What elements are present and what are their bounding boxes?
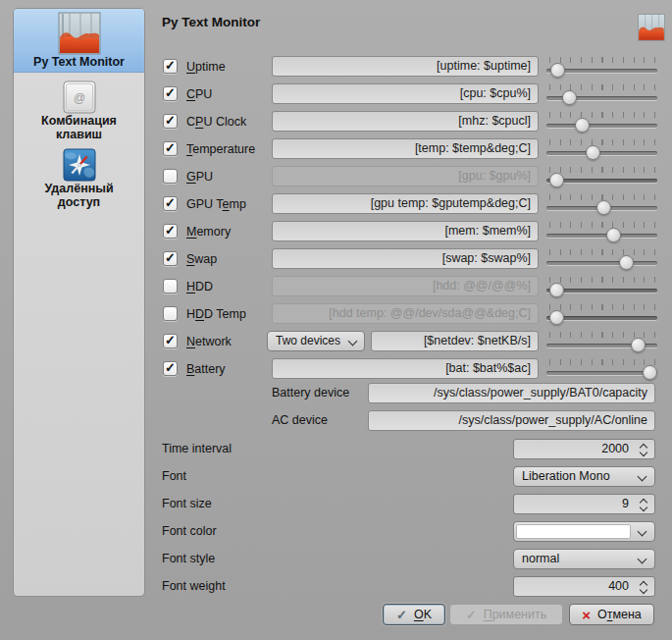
slider-ticks — [549, 332, 655, 338]
slider-thumb[interactable] — [550, 63, 565, 78]
slider-ticks — [549, 57, 655, 63]
gpu-temp-format-input[interactable]: [gpu temp: $gputemp&deg;C] — [272, 193, 539, 214]
slider-thumb[interactable] — [549, 310, 564, 325]
slider-thumb[interactable] — [549, 173, 564, 187]
memory-slider[interactable] — [546, 218, 657, 245]
slider-ticks — [549, 167, 655, 173]
font-style-dropdown[interactable]: normal — [513, 549, 655, 569]
font-size-label: Font size — [162, 492, 212, 516]
gpu-format-input[interactable]: [gpu: $gpu%] — [272, 166, 539, 187]
battery-format-input[interactable]: [bat: $bat%$ac] — [272, 358, 539, 379]
gpu-temp-checkbox[interactable]: ✓ — [163, 196, 178, 211]
cpu-format-input[interactable]: [cpu: $cpu%] — [272, 83, 539, 104]
hdd-temp-format-input[interactable]: [hdd temp: @@/dev/sda@@&deg;C] — [272, 303, 539, 324]
font-dropdown[interactable]: Liberation Mono — [513, 466, 655, 487]
cpu-checkbox[interactable]: ✓ — [163, 86, 178, 101]
monitor-row-cpu: ✓ CPU [cpu: $cpu%] — [162, 80, 659, 108]
hdd-slider[interactable] — [546, 273, 657, 300]
uptime-format-input[interactable]: [uptime: $uptime] — [272, 56, 539, 77]
check-icon: ✓ — [165, 113, 176, 128]
ok-button[interactable]: ✓ OK — [383, 604, 445, 625]
monitor-row-battery: ✓ Battery [bat: $bat%$ac] — [162, 355, 659, 383]
slider-ticks — [549, 84, 655, 90]
slider-thumb[interactable] — [586, 145, 600, 160]
hdd-temp-label: HDD Temp — [186, 300, 246, 328]
slider-ticks — [549, 112, 655, 118]
memory-format-input[interactable]: [mem: $mem%] — [272, 221, 539, 241]
hdd-temp-slider[interactable] — [546, 300, 657, 328]
uptime-checkbox[interactable]: ✓ — [163, 59, 178, 74]
monitor-row-hdd-temp: HDD Temp [hdd temp: @@/dev/sda@@&deg;C] — [162, 300, 659, 328]
network-label: Network — [186, 328, 232, 355]
font-color-row: Font color — [162, 519, 659, 547]
gpu-slider[interactable] — [546, 163, 657, 190]
temperature-checkbox[interactable]: ✓ — [163, 141, 178, 156]
uptime-slider[interactable] — [546, 53, 657, 80]
temperature-slider[interactable] — [546, 135, 657, 163]
chevron-down-icon — [638, 555, 647, 564]
slider-ticks — [549, 304, 655, 310]
sidebar-item-label-line1: Комбинация — [41, 114, 117, 128]
slider-thumb[interactable] — [562, 90, 577, 105]
time-interval-spinner[interactable]: 2000 — [513, 439, 655, 459]
slider-thumb[interactable] — [631, 338, 646, 352]
check-icon: ✓ — [396, 609, 407, 621]
battery-device-input[interactable]: /sys/class/power_supply/BAT0/capacity — [368, 383, 655, 403]
temperature-format-input[interactable]: [temp: $temp&deg;C] — [272, 138, 539, 159]
apply-button[interactable]: ✓ Применить — [449, 604, 563, 625]
settings-dialog: Py Text Monitor @ Комбинация клавиш — [0, 0, 672, 640]
hdd-checkbox[interactable] — [163, 279, 178, 293]
font-color-dropdown[interactable] — [513, 521, 655, 542]
network-devices-dropdown[interactable]: Two devices — [267, 331, 365, 351]
ac-device-input[interactable]: /sys/class/power_supply/AC/online — [368, 410, 655, 431]
hdd-label: HDD — [186, 273, 213, 300]
gpu-temp-slider[interactable] — [546, 190, 657, 218]
monitor-row-memory: ✓ Memory [mem: $mem%] — [162, 218, 659, 245]
chevron-down-icon — [638, 472, 647, 482]
cross-icon: × — [582, 609, 591, 621]
battery-checkbox[interactable]: ✓ — [163, 361, 178, 376]
dialog-button-row: ✓ OK ✓ Применить × Отмена — [162, 604, 659, 627]
slider-thumb[interactable] — [606, 228, 621, 242]
swap-checkbox[interactable]: ✓ — [163, 251, 178, 266]
memory-checkbox[interactable]: ✓ — [163, 224, 178, 239]
network-checkbox[interactable]: ✓ — [163, 334, 178, 348]
cpu-slider[interactable] — [546, 80, 657, 108]
swap-slider[interactable] — [546, 245, 657, 273]
sidebar-item-label-line2: доступ — [58, 195, 100, 209]
slider-thumb[interactable] — [596, 200, 611, 215]
cancel-button[interactable]: × Отмена — [569, 604, 654, 625]
gpu-checkbox[interactable] — [163, 169, 178, 184]
font-weight-spinner[interactable]: 400 — [513, 576, 655, 597]
slider-thumb[interactable] — [549, 283, 564, 297]
cpu-clock-slider[interactable] — [546, 108, 657, 135]
battery-label: Battery — [186, 355, 226, 383]
sidebar-item-keyboard-shortcuts[interactable]: @ Комбинация клавиш — [14, 80, 144, 141]
monitor-row-temperature: ✓ Temperature [temp: $temp&deg;C] — [162, 135, 659, 163]
sidebar-item-remote-access[interactable]: Удалённый доступ — [14, 148, 144, 209]
uptime-label: Uptime — [186, 53, 226, 80]
sidebar-item-py-text-monitor[interactable]: Py Text Monitor — [14, 9, 144, 73]
slider-track — [546, 371, 657, 375]
swap-label: Swap — [186, 245, 217, 273]
sidebar-item-label-line2: клавиш — [56, 128, 102, 141]
hdd-format-input[interactable]: [hdd: @@/@@%] — [272, 276, 539, 296]
hdd-temp-checkbox[interactable] — [163, 306, 178, 321]
cpu-clock-format-input[interactable]: [mhz: $cpucl] — [272, 111, 539, 132]
network-slider[interactable] — [546, 328, 657, 355]
slider-ticks — [549, 222, 655, 228]
slider-thumb[interactable] — [575, 118, 590, 133]
chevron-down-icon — [638, 527, 647, 537]
ok-button-label: OK — [414, 608, 432, 621]
swap-format-input[interactable]: [swap: $swap%] — [272, 248, 539, 269]
check-icon: ✓ — [165, 58, 176, 73]
network-format-input[interactable]: [$netdev: $netKB/s] — [371, 331, 539, 351]
battery-slider[interactable] — [546, 355, 657, 383]
cancel-button-label: Отмена — [597, 608, 642, 621]
slider-thumb[interactable] — [619, 255, 634, 270]
slider-thumb[interactable] — [643, 365, 657, 380]
cpu-clock-checkbox[interactable]: ✓ — [163, 114, 178, 129]
slider-ticks — [549, 277, 655, 283]
font-size-spinner[interactable]: 9 — [513, 494, 655, 514]
time-interval-label: Time interval — [162, 437, 232, 461]
